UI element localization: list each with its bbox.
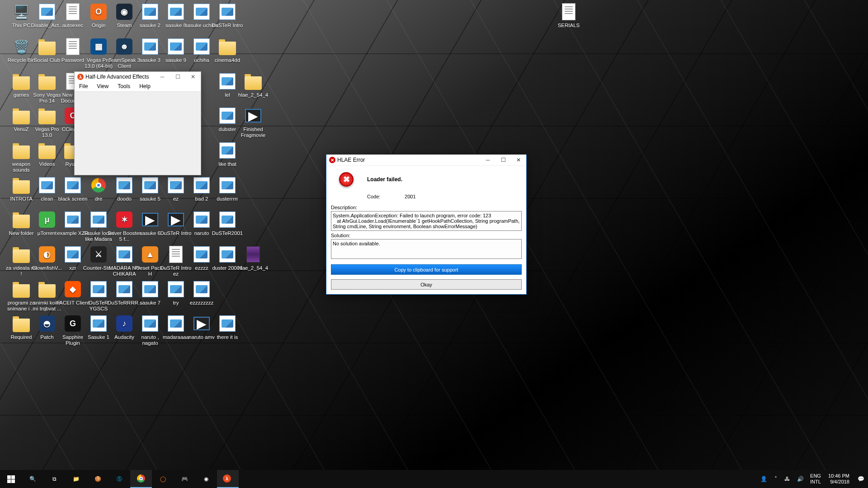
desktop-icon[interactable]: ezzzzzzzz: [185, 280, 218, 306]
desktop-icon-label: there it is: [211, 334, 244, 340]
desktop-icon[interactable]: SERIALS: [552, 3, 585, 28]
tray-people-icon[interactable]: 👤: [757, 476, 771, 482]
desktop-icon-label: DuSTeR2001: [211, 230, 244, 236]
tray-volume-icon[interactable]: 🔊: [793, 476, 807, 482]
taskbar-skype[interactable]: Ⓢ: [108, 470, 130, 488]
error-heading: Loader failed.: [367, 176, 402, 183]
menu-view[interactable]: View: [92, 82, 113, 91]
hlae-titlebar[interactable]: λ Half-Life Advanced Effects ─ ☐ ✕: [75, 72, 201, 82]
desktop-icon[interactable]: dusterrrrr: [211, 176, 244, 202]
description-text[interactable]: System.ApplicationException: Failed to l…: [331, 211, 522, 231]
okay-button[interactable]: Okay: [331, 279, 522, 290]
error-icon: ✖: [339, 172, 354, 187]
desktop-icon-label: like that: [211, 161, 244, 167]
desktop-icon-label: DuSTeR Intro: [211, 23, 244, 28]
hlae-body: [75, 92, 201, 175]
description-label: Description:: [331, 205, 522, 210]
menu-tools[interactable]: Tools: [113, 82, 135, 91]
tray-clock[interactable]: 10:46 PM 9/4/2018: [824, 473, 854, 485]
taskbar-app-games[interactable]: 🎮: [174, 470, 195, 488]
minimize-button[interactable]: ─: [480, 155, 495, 166]
menu-help[interactable]: Help: [135, 82, 155, 91]
hlae-main-window: λ Half-Life Advanced Effects ─ ☐ ✕ File …: [74, 71, 201, 175]
tray-language[interactable]: ENG INTL: [807, 473, 824, 485]
search-button[interactable]: 🔍: [22, 470, 43, 488]
solution-text[interactable]: No solution available.: [331, 239, 522, 259]
taskbar: 🔍 ⧉ 📁 🍪 Ⓢ ◯ 🎮 ◉ λ 👤 ˄ 🖧 🔊 ENG INTL 10:46…: [0, 470, 868, 488]
hlae-error-dialog: ✕ HLAE Error ─ ☐ ✕ ✖ Loader failed. Code…: [326, 155, 527, 295]
tray-network-icon[interactable]: 🖧: [781, 476, 793, 482]
taskbar-file-explorer[interactable]: 📁: [65, 470, 87, 488]
desktop-icon-label: hlae_2_54_4: [236, 265, 270, 271]
clock-date: 9/4/2018: [828, 479, 849, 485]
desktop-icon-label: cinema4dd: [211, 57, 244, 63]
task-view-button[interactable]: ⧉: [43, 470, 65, 488]
taskbar-avast[interactable]: ◯: [152, 470, 174, 488]
hlae-app-icon: λ: [77, 74, 84, 80]
code-value: 2001: [405, 194, 415, 199]
desktop-icon-label: ezzzzzzzz: [185, 300, 218, 306]
desktop-icon[interactable]: cinema4dd: [211, 38, 244, 63]
code-label: Code:: [367, 194, 403, 199]
lang-line2: INTL: [810, 479, 821, 485]
maximize-button[interactable]: ☐: [495, 155, 511, 166]
tray-chevron-up-icon[interactable]: ˄: [771, 476, 781, 482]
solution-label: Solution:: [331, 233, 522, 238]
desktop-icon[interactable]: ▶Finished Fragmovie: [236, 107, 270, 138]
error-titlebar[interactable]: ✕ HLAE Error ─ ☐ ✕: [326, 155, 526, 166]
taskbar-chrome[interactable]: [130, 470, 152, 488]
hlae-menubar: File View Tools Help: [75, 82, 201, 92]
close-button[interactable]: ✕: [511, 155, 526, 166]
desktop-icon-label: dusterrrrr: [211, 196, 244, 202]
desktop-icon-label: hlae_2_54_4: [236, 92, 270, 98]
tray-notifications-icon[interactable]: 💬: [854, 476, 868, 482]
start-button[interactable]: [0, 470, 22, 488]
desktop-icon-label: SERIALS: [552, 23, 585, 28]
maximize-button[interactable]: ☐: [170, 72, 185, 82]
desktop-icon[interactable]: DuSTeR2001: [211, 211, 244, 236]
taskbar-hlae[interactable]: λ: [217, 470, 239, 488]
copy-to-clipboard-button[interactable]: Copy to clipboard for support: [331, 264, 522, 275]
error-title: HLAE Error: [337, 157, 365, 163]
taskbar-steam[interactable]: ◉: [195, 470, 217, 488]
clock-time: 10:46 PM: [828, 473, 849, 479]
desktop-icon[interactable]: DuSTeR Intro: [211, 3, 244, 28]
close-button[interactable]: ✕: [185, 72, 201, 82]
taskbar-app-1[interactable]: 🍪: [87, 470, 108, 488]
menu-file[interactable]: File: [75, 82, 92, 91]
desktop-icon[interactable]: hlae_2_54_4: [236, 72, 270, 98]
desktop-icon[interactable]: like that: [211, 141, 244, 167]
desktop-icon[interactable]: there it is: [211, 314, 244, 340]
minimize-button[interactable]: ─: [155, 72, 170, 82]
desktop-icon[interactable]: hlae_2_54_4: [236, 245, 270, 271]
desktop-icon-label: Finished Fragmovie: [236, 127, 270, 138]
error-app-icon: ✕: [329, 157, 335, 163]
hlae-title: Half-Life Advanced Effects: [85, 74, 149, 80]
lang-line1: ENG: [810, 473, 821, 479]
